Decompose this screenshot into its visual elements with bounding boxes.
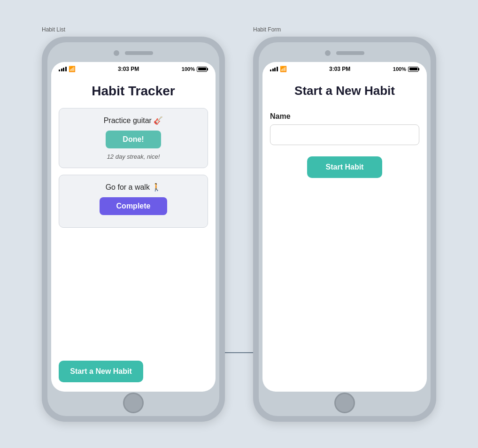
- signal-bar-2-3: [274, 68, 276, 71]
- form-name-input[interactable]: [270, 124, 419, 145]
- signal-bars-1: [59, 67, 67, 71]
- habit-2-name: Go for a walk 🚶: [67, 183, 200, 192]
- signal-bar-1: [59, 70, 60, 71]
- battery-pct-2: 100%: [393, 66, 406, 72]
- status-time-2: 3:03 PM: [329, 66, 350, 72]
- battery-body-2: [408, 67, 418, 72]
- battery-tip-2: [418, 68, 419, 70]
- wifi-icon-2: 📶: [280, 66, 287, 72]
- phone-1-inner: 📶 3:03 PM 100%: [47, 42, 219, 416]
- phone-2-speaker: [336, 51, 364, 55]
- screens-wrapper: Habit List: [42, 26, 436, 422]
- signal-bar-2: [61, 69, 62, 71]
- start-habit-button[interactable]: Start Habit: [307, 156, 383, 178]
- battery-body-1: [197, 67, 207, 72]
- phone-2-camera: [325, 50, 331, 56]
- battery-fill-2: [409, 68, 417, 70]
- wifi-icon-1: 📶: [69, 66, 76, 72]
- status-right-1: 100%: [182, 66, 208, 72]
- form-group-name: Name: [270, 112, 419, 156]
- habit-list-content: Habit Tracker Practice guitar 🎸 Done! 12…: [51, 74, 216, 392]
- status-bar-2: 📶 3:03 PM 100%: [262, 62, 427, 74]
- form-name-label: Name: [270, 112, 419, 121]
- home-button-1[interactable]: [123, 393, 144, 413]
- habit-1-streak: 12 day streak, nice!: [67, 153, 200, 160]
- form-title: Start a New Habit: [270, 84, 419, 98]
- phone-2-bottom-bar: [262, 394, 427, 412]
- battery-icon-2: [408, 67, 419, 72]
- phone-1-top-bar: [51, 46, 216, 60]
- home-button-2[interactable]: [334, 393, 355, 413]
- phone-1-camera: [114, 50, 119, 56]
- signal-bar-2-1: [270, 70, 271, 71]
- signal-bar-2-4: [277, 67, 278, 71]
- phone-1: 📶 3:03 PM 100%: [42, 37, 225, 422]
- app-title: Habit Tracker: [59, 84, 208, 99]
- signal-bar-4: [65, 67, 67, 71]
- status-right-2: 100%: [393, 66, 419, 72]
- signal-bars-2: [270, 67, 278, 71]
- status-bar-1-left: 📶: [59, 66, 76, 72]
- battery-tip-1: [207, 68, 208, 70]
- phone-1-screen: 📶 3:03 PM 100%: [51, 62, 216, 392]
- signal-bar-2-2: [272, 69, 274, 71]
- signal-bar-3: [63, 68, 64, 71]
- battery-fill-1: [198, 68, 206, 70]
- habit-1-done-button[interactable]: Done!: [106, 131, 161, 148]
- phone-2: 📶 3:03 PM 100%: [253, 37, 436, 422]
- phone-1-speaker: [125, 51, 153, 55]
- screen2-label: Habit Form: [253, 26, 281, 33]
- status-bar-1: 📶 3:03 PM 100%: [51, 62, 216, 74]
- screen2-container: Habit Form: [253, 26, 436, 422]
- phone-2-screen: 📶 3:03 PM 100%: [262, 62, 427, 392]
- screen1-label: Habit List: [42, 26, 65, 33]
- habit-form-content: Start a New Habit Name Start Habit: [262, 74, 427, 392]
- bottom-area: Start a New Habit: [59, 361, 208, 382]
- phone-2-inner: 📶 3:03 PM 100%: [259, 42, 431, 416]
- new-habit-button[interactable]: Start a New Habit: [59, 361, 143, 382]
- status-time-1: 3:03 PM: [118, 66, 139, 72]
- battery-icon-1: [197, 67, 208, 72]
- habit-card-2: Go for a walk 🚶 Complete: [59, 175, 208, 228]
- habit-1-name: Practice guitar 🎸: [67, 116, 200, 125]
- screen1-container: Habit List: [42, 26, 225, 422]
- habit-card-1: Practice guitar 🎸 Done! 12 day streak, n…: [59, 108, 208, 168]
- phone-2-top-bar: [262, 46, 427, 60]
- battery-pct-1: 100%: [182, 66, 195, 72]
- phone-1-bottom-bar: [51, 394, 216, 412]
- habit-2-complete-button[interactable]: Complete: [100, 197, 168, 215]
- status-bar-2-left: 📶: [270, 66, 287, 72]
